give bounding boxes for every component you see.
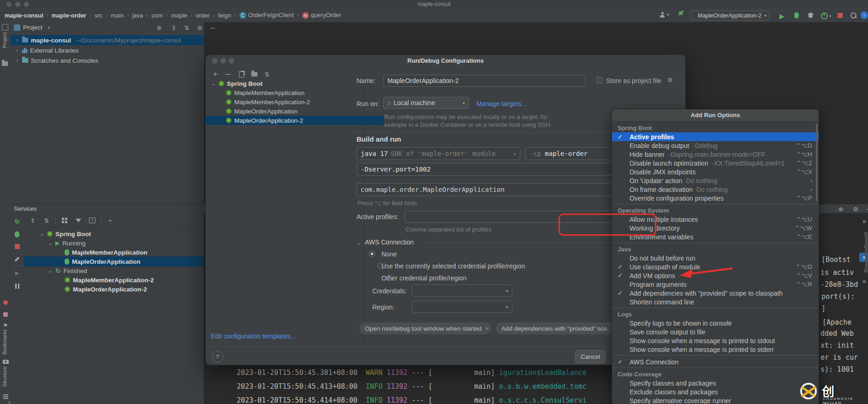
breadcrumb-item[interactable]: maple-order xyxy=(52,12,86,19)
remove-configuration-button[interactable]: ─ xyxy=(223,70,233,79)
config-row-selected[interactable]: MapleOrderApplication-2 xyxy=(206,116,384,125)
coverage-button[interactable] xyxy=(808,12,813,18)
search-everywhere-button[interactable] xyxy=(850,12,856,18)
run-on-selector[interactable]: ⌂ Local machine ▾ xyxy=(383,97,469,109)
close-icon[interactable]: × xyxy=(485,325,489,332)
stop-button[interactable] xyxy=(13,243,21,250)
hide-panel-button[interactable]: ─ xyxy=(208,23,218,32)
breadcrumb-item[interactable]: order xyxy=(196,12,209,19)
group-by-button[interactable] xyxy=(59,216,70,225)
project-tool-icon[interactable] xyxy=(2,24,8,30)
menu-item-add-provided-dependencies[interactable]: ✓Add dependencies with "provided" scope … xyxy=(612,289,819,297)
services-app-row-selected[interactable]: MapleOrderApplication xyxy=(24,256,204,267)
credentials-selector[interactable]: ▾ xyxy=(412,285,512,297)
pause-button[interactable] xyxy=(13,282,21,290)
breadcrumb-item[interactable]: com xyxy=(151,12,163,19)
tool-strip-bookmarks-label[interactable]: Bookmarks xyxy=(2,329,7,355)
chevron-down-icon[interactable]: ▾ xyxy=(48,25,50,30)
provided-scope-pill[interactable]: Add dependencies with “provided” sco xyxy=(496,322,630,334)
menu-item-hide-banner[interactable]: Hide banner-Dspring.main.banner-mode=OFF… xyxy=(612,150,819,159)
breadcrumb-item[interactable]: feign xyxy=(218,12,231,19)
external-libraries-row[interactable]: › External Libraries xyxy=(10,45,204,55)
console-menu-button[interactable]: ≡ xyxy=(859,217,868,226)
structure-tool-icon[interactable] xyxy=(2,393,9,400)
folder-tool-icon[interactable] xyxy=(2,60,8,67)
services-running-group[interactable]: ⌄ ▶ Running xyxy=(24,238,204,248)
breadcrumb-item[interactable]: java xyxy=(132,12,143,19)
rerun-button[interactable]: ↻ xyxy=(13,218,21,225)
new-folder-button[interactable] xyxy=(249,70,259,79)
debug-rerun-button[interactable] xyxy=(13,231,21,238)
filter-button[interactable] xyxy=(73,216,83,225)
cancel-button[interactable]: Cancel xyxy=(575,350,606,363)
locate-button[interactable]: ⊕ xyxy=(836,204,846,214)
add-frame-button[interactable]: + xyxy=(87,216,97,225)
menu-item-show-console-stdout[interactable]: Show console when a message is printed t… xyxy=(612,336,819,345)
tool-strip-project-label[interactable]: Project xyxy=(2,32,7,48)
locate-file-button[interactable]: ⊕ xyxy=(154,23,164,32)
menu-item-aws-connection[interactable]: ✓AWS Connection xyxy=(612,357,819,366)
resume-button[interactable]: ▶ xyxy=(13,269,21,277)
debug-button[interactable] xyxy=(794,12,799,18)
add-service-button[interactable]: + xyxy=(105,216,115,225)
add-configuration-button[interactable]: + xyxy=(210,70,220,79)
bookmarks-tool-icon[interactable]: ⚑ xyxy=(2,322,9,329)
sort-configurations-button[interactable]: ⇅ xyxy=(262,70,272,79)
menu-item-specify-logs[interactable]: Specify logs to be shown in console xyxy=(612,319,819,327)
menu-item-save-console-output[interactable]: Save console output to file xyxy=(612,327,819,336)
services-finished-group[interactable]: ⌄ ↻ Finished xyxy=(24,266,204,276)
menu-item-show-console-stderr[interactable]: Show console when a message is printed t… xyxy=(612,345,819,354)
services-springboot-row[interactable]: ⌄ Spring Boot xyxy=(24,229,204,239)
menu-item-disable-jmx-endpoints[interactable]: Disable JMX endpoints⌃⌥X xyxy=(612,167,819,176)
config-row[interactable]: MapleOrderApplication xyxy=(206,107,384,116)
copy-configuration-button[interactable] xyxy=(236,70,246,79)
menu-item-shorten-command-line[interactable]: Shorten command line xyxy=(612,297,819,306)
breadcrumb-item-class[interactable]: COrderFeignClient xyxy=(239,12,294,19)
expand-all-button[interactable]: ⇕ xyxy=(169,23,179,32)
aws-connection-section[interactable]: AWS Connection xyxy=(365,238,414,246)
hide-panel-button[interactable]: ─ xyxy=(863,204,868,214)
menu-item-disable-launch-optimization[interactable]: Disable launch optimization-XX:TieredSto… xyxy=(612,159,819,167)
services-panel-title[interactable]: Services xyxy=(14,205,37,212)
user-menu[interactable]: ▾ xyxy=(660,12,669,18)
menu-item-enable-debug-output[interactable]: Enable debug output-Ddebug⌃⌥D xyxy=(612,141,819,150)
services-app-row[interactable]: MapleMemberApplication xyxy=(24,247,204,257)
menu-item-alternative-coverage-runner[interactable]: Specify alternative coverage runner xyxy=(612,396,819,404)
menu-item-active-profiles[interactable]: ✓Active profiles xyxy=(612,132,819,141)
chevron-down-icon[interactable]: ⌄ xyxy=(357,239,361,246)
profiler-button[interactable]: ▾ xyxy=(821,12,832,19)
services-app-row[interactable]: MapleOrderApplication-2 xyxy=(24,284,204,294)
project-panel-title[interactable]: Project xyxy=(23,24,42,31)
breadcrumb-item[interactable]: src xyxy=(95,12,102,19)
config-group-row[interactable]: ⌄ Spring Boot xyxy=(206,79,369,88)
name-field[interactable] xyxy=(383,75,585,87)
menu-item-do-not-build-before-run[interactable]: Do not build before run xyxy=(612,254,819,262)
settings-button[interactable]: ⚙ xyxy=(850,204,861,214)
popup-scrollbar[interactable] xyxy=(816,123,818,202)
print-button[interactable]: ≡ xyxy=(859,277,868,286)
problems-tool-icon[interactable] xyxy=(2,299,9,306)
menu-item-override-configuration-properties[interactable]: Override configuration properties⌃⌥P xyxy=(612,194,819,202)
services-app-row[interactable]: MapleMemberApplication-2 xyxy=(24,275,204,285)
dialog-zoom-button[interactable] xyxy=(229,58,234,64)
console-scrollbar[interactable] xyxy=(865,232,868,273)
region-selector[interactable]: ▾ xyxy=(412,301,512,313)
breadcrumb-item[interactable]: main xyxy=(111,12,124,19)
menu-item-on-update-action[interactable]: On 'Update' actionDo nothing› xyxy=(612,176,819,185)
screenshot-tool-icon[interactable] xyxy=(2,358,9,365)
edit-configuration-templates-link[interactable]: Edit configuration templates... xyxy=(211,333,296,340)
expand-all-button[interactable]: ⇕ xyxy=(28,216,38,225)
collapse-all-button[interactable]: ⇅ xyxy=(42,216,52,225)
config-row[interactable]: MapleMemberApplication xyxy=(206,88,384,97)
settings-button[interactable]: ⚙ xyxy=(195,23,205,32)
run-config-selector[interactable]: MapleOrderApplication-2 ▾ xyxy=(691,11,769,20)
jdk-selector[interactable]: java 17 SDK of 'maple-order' module ▾ xyxy=(357,147,520,160)
store-as-project-file-checkbox[interactable] xyxy=(596,77,603,83)
tool-window-pill[interactable]: Open run/debug tool window when started … xyxy=(359,322,491,334)
run-button[interactable]: ▶ xyxy=(779,12,785,20)
aws-none-radio[interactable] xyxy=(369,250,375,257)
edit-configuration-button[interactable] xyxy=(13,255,21,263)
tool-strip-structure-label[interactable]: Structure xyxy=(2,366,7,387)
breadcrumb-item-method[interactable]: mqueryOrder xyxy=(302,12,341,19)
breadcrumb-item[interactable]: maple xyxy=(171,12,187,19)
